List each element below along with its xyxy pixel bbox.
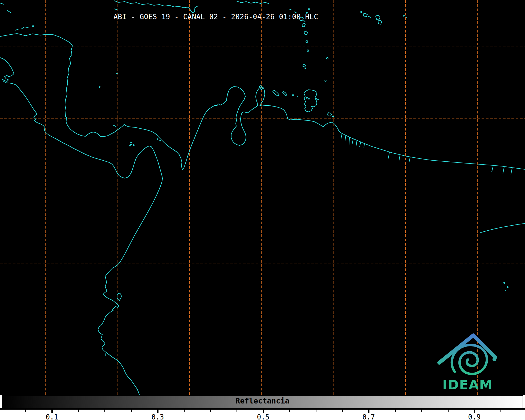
colorbar-minor-tick: [316, 410, 316, 412]
colorbar-minor-tick: [78, 410, 79, 412]
island-dot: [308, 9, 310, 10]
colorbar-minor-tick: [289, 410, 290, 412]
colorbar-major-tick: [157, 410, 158, 413]
coastline-caribbean-mainland: [0, 34, 525, 170]
colorbar-major-tick: [368, 410, 369, 413]
colorbar-tick-label: 0.5: [257, 413, 270, 420]
island-dot: [370, 17, 371, 18]
northeast-islands: [363, 13, 382, 24]
satellite-map-area: IDEAM ABI - GOES 19 - CANAL 02 - 2026-04…: [0, 0, 525, 395]
island-dot: [504, 282, 505, 283]
island-dot: [369, 16, 369, 17]
river-mouth-strokes: [341, 134, 512, 174]
pearl-islands: [130, 142, 132, 145]
bay-islands: [15, 27, 28, 30]
antilles-grenada: [303, 64, 306, 67]
island-bonaire: [283, 91, 287, 96]
island-dot: [318, 99, 319, 100]
colorbar-minor-tick: [395, 410, 396, 412]
island-dot: [507, 287, 508, 288]
island-dot: [309, 99, 310, 99]
lake-gatun-speck: [114, 125, 115, 126]
antilles-martinique: [304, 31, 308, 35]
island-curacao: [273, 90, 279, 96]
coastline-puerto-rico: [237, 1, 269, 4]
island-dot: [130, 145, 131, 146]
island-dot: [403, 15, 404, 16]
colorbar-minor-tick: [131, 410, 132, 412]
island-dot: [406, 17, 407, 18]
latlon-grid: [0, 0, 525, 395]
island-fragments-top-left: [1, 3, 117, 13]
antilles-barbados: [327, 58, 328, 59]
colorbar-minor-tick: [104, 410, 105, 412]
logo-wordmark: IDEAM: [442, 377, 493, 393]
colorbar-tick-label: 0.1: [46, 413, 58, 420]
colorbar-minor-tick: [500, 410, 501, 412]
island-dot: [297, 96, 298, 97]
colorbar-tick-label: 0.3: [152, 413, 164, 420]
map-title: ABI - GOES 19 - CANAL 02 - 2026-04-26 01…: [113, 13, 318, 21]
island-margarita: [327, 113, 332, 116]
coastline-pacific-mainland: [0, 58, 162, 395]
island-dot: [133, 145, 134, 146]
colorbar-tick-label: 0.7: [363, 413, 375, 420]
island-dot: [305, 68, 306, 69]
island-dot: [361, 11, 362, 13]
colorbar-minor-tick: [25, 410, 26, 412]
colorbar-major-tick: [51, 410, 53, 413]
coastline-bottom-right: [480, 223, 525, 233]
island-dot: [292, 95, 294, 96]
colorbar-minor-tick: [210, 410, 211, 412]
colorbar-minor-tick: [237, 410, 237, 412]
colorbar-minor-tick: [448, 410, 449, 412]
goes-satellite-product: IDEAM ABI - GOES 19 - CANAL 02 - 2026-04…: [0, 0, 525, 420]
island-dot: [160, 140, 161, 141]
colorbar-tick-label: 0.9: [468, 413, 481, 420]
coastline-hispaniola: [115, 1, 198, 13]
colorbar-major-tick: [263, 410, 264, 413]
antilles-tobago: [325, 80, 326, 81]
island-dot: [505, 290, 506, 291]
island-dot: [32, 26, 34, 27]
island-san-andres: [99, 86, 100, 87]
colorbar-minor-tick: [421, 410, 422, 412]
colorbar-minor-tick: [342, 410, 343, 412]
lake-gatun-speck: [115, 126, 116, 127]
logo-spiral-icon: [452, 345, 487, 374]
ideam-logo: IDEAM: [439, 335, 495, 393]
colorbar-major-tick: [474, 410, 475, 413]
colorbar-label: Reflectancia: [0, 397, 525, 405]
coastlines: [0, 1, 525, 395]
antilles-st-vincent: [307, 50, 309, 51]
antilles-st-lucia: [306, 41, 308, 43]
antilles-dominica: [302, 23, 305, 27]
island-dot: [157, 139, 158, 140]
island-trinidad: [304, 90, 317, 112]
island-dot: [306, 97, 307, 98]
island-aruba: [259, 85, 262, 90]
colorbar-minor-tick: [184, 410, 185, 412]
colorbar-tick-row: 0.10.30.50.70.9: [0, 410, 525, 420]
island-puna: [117, 293, 121, 300]
satellite-map-svg: IDEAM: [0, 0, 525, 395]
